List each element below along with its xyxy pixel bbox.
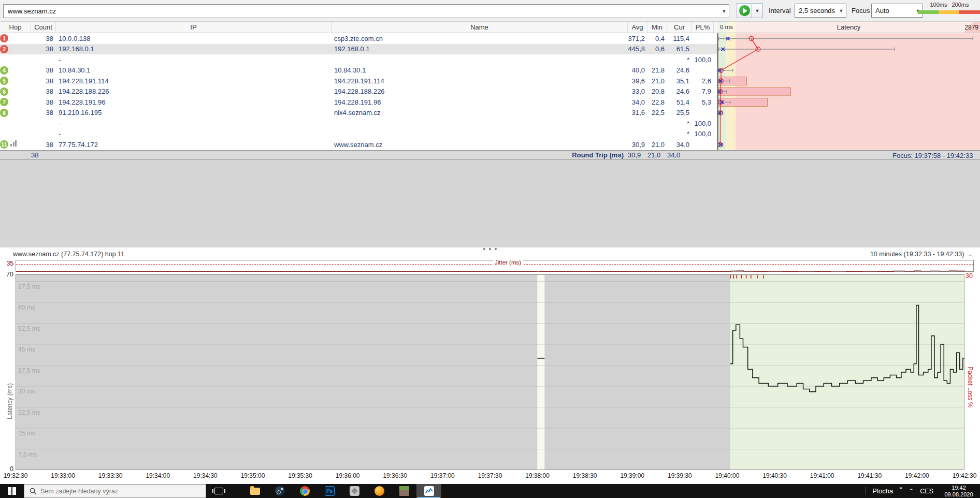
target-address-input[interactable] — [4, 7, 719, 15]
header-min[interactable]: Min — [647, 22, 667, 33]
ip-cell: - — [56, 56, 332, 64]
ip-cell: 194.228.191.96 — [56, 98, 332, 106]
header-cur[interactable]: Cur — [667, 22, 692, 33]
latency-column-title[interactable]: Latency — [717, 23, 980, 31]
chevron-down-icon[interactable]: ⌄ — [968, 251, 973, 257]
name-cell: 194.228.188.226 — [332, 87, 628, 95]
cur-cell: 35,1 — [667, 77, 692, 85]
toolbar-overflow-icon[interactable]: » — [899, 485, 902, 491]
address-dropdown-arrow-icon[interactable]: ▼ — [719, 9, 729, 14]
hop-cell: 6 — [0, 87, 31, 96]
ip-cell: 194.228.191.114 — [56, 77, 332, 85]
latency-time-plot[interactable]: 67,5 ms60 ms52,5 ms45 ms37,5 ms30 ms22,5… — [16, 274, 964, 470]
time-range-selector[interactable]: 10 minutes (19:32:33 - 19:42:33) ⌄ — [870, 251, 973, 258]
avg-cell: 30,9 — [628, 141, 647, 149]
avg-cell: 371,2 — [628, 35, 647, 42]
pl-cell: 5,3 — [692, 98, 714, 106]
header-hop[interactable]: Hop — [0, 22, 31, 33]
count-cell: 38 — [31, 98, 56, 106]
header-ip[interactable]: IP — [56, 22, 332, 33]
target-address-combo[interactable]: ▼ — [3, 4, 729, 18]
folder-icon — [250, 488, 260, 495]
hop-cell: 7 — [0, 98, 31, 106]
trace-options-dropdown[interactable]: ▼ — [752, 3, 763, 18]
ip-cell: - — [56, 130, 332, 138]
svg-text:60 ms: 60 ms — [18, 304, 35, 311]
name-cell: 192.168.0.1 — [332, 45, 628, 53]
table-row[interactable]: 238192.168.0.1192.168.0.1445,80,661,5 — [0, 44, 717, 55]
name-cell: www.seznam.cz — [332, 141, 628, 149]
pingplotter-window: ▼ ▼ Interval 2,5 seconds ▼ Focus Auto ▼ … — [0, 0, 980, 498]
hop-number-badge: 2 — [0, 45, 8, 53]
hop-number-badge: 11 — [0, 140, 8, 149]
focus-select[interactable]: Auto ▼ — [871, 4, 923, 18]
pingplotter-icon — [424, 486, 434, 496]
time-axis-label: 19:39:30 — [668, 472, 692, 479]
cur-cell: * — [667, 56, 692, 64]
gray-app-icon — [350, 486, 359, 496]
interval-dropdown-arrow-icon[interactable]: ▼ — [837, 8, 846, 13]
time-axis-label: 19:41:00 — [810, 472, 834, 479]
svg-text:15 ms: 15 ms — [18, 430, 35, 437]
orange-app-icon — [374, 486, 384, 496]
task-view-button[interactable] — [206, 484, 231, 498]
file-explorer-button[interactable] — [242, 484, 267, 498]
show-hidden-icons-chevron[interactable]: ⌃ — [909, 488, 914, 495]
taskbar-search[interactable] — [24, 484, 206, 498]
y-axis-title: Latency (ms) — [6, 378, 13, 424]
hop-cell: 8 — [0, 109, 31, 117]
photoshop-button[interactable]: Ps — [317, 484, 342, 498]
pl-cell: 100,0 — [692, 130, 714, 138]
windows-logo-icon — [8, 487, 16, 495]
search-input[interactable] — [40, 488, 185, 495]
min-cell: 0,4 — [647, 35, 667, 42]
time-axis-label: 19:38:00 — [525, 472, 550, 479]
round-trip-row: 38 Round Trip (ms) 30,9 21,0 34,0 Focus:… — [0, 150, 980, 160]
hop-cell: 4 — [0, 66, 31, 75]
min-cell: 21,0 — [647, 77, 667, 85]
time-axis-label: 19:34:00 — [146, 472, 170, 479]
taskbar-clock[interactable]: 19:42 09.08.2020 — [940, 485, 978, 497]
packet-loss-max-label: 30 — [965, 272, 973, 280]
svg-text:7,5 ms: 7,5 ms — [18, 451, 37, 458]
header-name[interactable]: Name — [332, 22, 628, 33]
time-axis-label: 19:42:30 — [953, 472, 977, 479]
language-indicator[interactable]: CES — [920, 488, 933, 495]
orange-app-button[interactable] — [367, 484, 392, 498]
timeline-graph-panel: www.seznam.cz (77.75.74.172) hop 11 10 m… — [0, 247, 980, 484]
start-button[interactable] — [0, 484, 24, 498]
interval-select[interactable]: 2,5 seconds ▼ — [795, 4, 846, 18]
avg-cell: 34,0 — [628, 98, 647, 106]
cur-cell: 34,0 — [667, 141, 692, 149]
min-cell: 22,5 — [647, 109, 667, 116]
pingplotter-taskbar-button[interactable] — [416, 484, 441, 498]
time-axis-label: 19:37:00 — [430, 472, 455, 479]
name-cell: csp3.zte.com.cn — [332, 35, 628, 42]
hop-cell: 11 — [0, 140, 31, 149]
avg-cell: 445,8 — [628, 45, 647, 53]
time-axis-label: 19:42:00 — [905, 472, 929, 479]
round-trip-avg: 30,9 — [628, 151, 647, 159]
desktop-toolbar-label[interactable]: Plocha — [872, 487, 893, 495]
time-range-label: 10 minutes (19:32:33 - 19:42:33) — [870, 251, 964, 258]
minecraft-button[interactable] — [392, 484, 416, 498]
header-avg[interactable]: Avg — [628, 22, 647, 33]
start-trace-button[interactable] — [737, 3, 752, 18]
chrome-button[interactable] — [292, 484, 317, 498]
focus-value: Auto — [872, 7, 913, 14]
time-axis-label: 19:35:00 — [241, 472, 265, 479]
gray-app-button[interactable] — [342, 484, 367, 498]
cur-cell: 24,6 — [667, 87, 692, 95]
pl-cell: 100,0 — [692, 56, 714, 64]
header-pl[interactable]: PL% — [692, 22, 714, 33]
steam-button[interactable] — [267, 484, 292, 498]
time-axis: 19:32:3019:33:0019:33:3019:34:0019:34:30… — [0, 471, 980, 482]
avg-cell: 33,0 — [628, 87, 647, 95]
jitter-max-label: 35 — [0, 260, 13, 267]
interval-value: 2,5 seconds — [795, 7, 837, 14]
header-count[interactable]: Count — [31, 22, 56, 33]
ip-cell: 77.75.74.172 — [56, 141, 332, 149]
chrome-icon — [300, 486, 310, 496]
time-axis-label: 19:33:00 — [51, 472, 75, 479]
splitter-handle[interactable] — [483, 248, 497, 250]
